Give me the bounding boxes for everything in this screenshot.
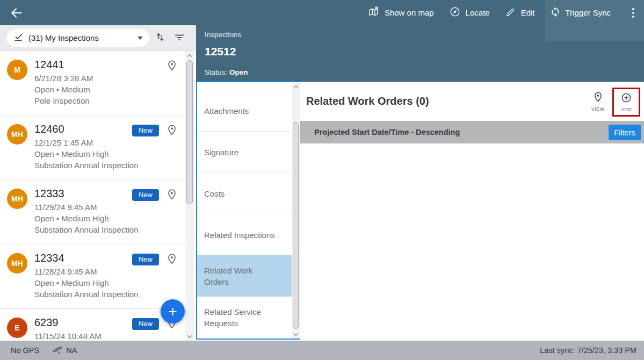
avatar: E xyxy=(7,318,27,338)
location-pin-icon[interactable] xyxy=(166,59,178,74)
scroll-up-arrow[interactable] xyxy=(185,51,194,60)
inspection-date: 11/15/24 10:48 AM xyxy=(34,330,102,341)
scroll-down-arrow[interactable] xyxy=(292,330,300,339)
tab-signature[interactable]: Signature xyxy=(197,131,292,172)
circle-plus-icon xyxy=(620,92,632,105)
locate-button[interactable]: Locate xyxy=(449,6,490,19)
inspection-status: Open • Medium High xyxy=(34,148,138,160)
list-header-bar: (31) My Inspections xyxy=(0,25,196,51)
add-highlight-box: ADD xyxy=(612,88,640,117)
inspection-status: Open • Medium xyxy=(34,84,93,95)
avatar: MH xyxy=(7,253,27,273)
map-pin-icon xyxy=(592,91,604,105)
inspection-date: 12/1/25 1:45 AM xyxy=(34,137,138,148)
inspection-type: Substation Annual Inspection xyxy=(34,160,138,171)
location-pin-icon[interactable] xyxy=(166,253,178,267)
avatar: MH xyxy=(7,124,27,145)
filters-button[interactable]: Filters xyxy=(609,125,641,140)
view-button[interactable]: VIEW xyxy=(586,91,610,112)
tab-costs[interactable]: Costs xyxy=(197,172,292,214)
last-sync-text: Last sync: 7/25/23, 3:33 PM xyxy=(540,346,636,355)
status-label: Status: xyxy=(205,68,227,76)
tab-related-inspections[interactable]: Related Inspections xyxy=(197,214,292,255)
inspection-card-6239[interactable]: E 6239 11/15/24 10:48 AM New xyxy=(0,309,185,341)
scroll-down-arrow[interactable] xyxy=(185,332,194,341)
locate-label: Locate xyxy=(466,8,490,17)
sync-icon xyxy=(550,6,561,19)
inspection-date: 6/21/28 3:28 AM xyxy=(34,73,93,84)
saved-query-label: (31) My Inspections xyxy=(28,33,99,42)
sort-order-bar[interactable]: Projected Start Date/Time - Descending F… xyxy=(300,121,644,143)
inspection-id: 12441 xyxy=(34,57,93,71)
inspection-date: 11/28/24 9:45 AM xyxy=(34,266,138,277)
panel-title: Related Work Orders (0) xyxy=(306,95,429,107)
inspection-id: 12333 xyxy=(34,186,138,200)
new-badge: New xyxy=(132,189,159,201)
chevron-down-icon xyxy=(138,37,143,40)
inspection-list: M 12441 6/21/28 3:28 AM Open • Medium Po… xyxy=(0,51,196,341)
inspection-date: 11/29/24 9:45 AM xyxy=(34,201,138,213)
map-pin-icon xyxy=(368,6,380,19)
satellite-icon xyxy=(52,344,63,357)
edit-button[interactable]: Edit xyxy=(505,6,535,19)
tab-attachments[interactable]: Attachments xyxy=(197,90,292,131)
add-label: ADD xyxy=(621,107,632,112)
back-arrow-icon xyxy=(10,6,24,21)
filter-lines-icon xyxy=(173,31,185,45)
location-pin-icon[interactable] xyxy=(166,188,178,203)
inspection-id: 12334 xyxy=(34,251,138,265)
tab-related-service-requests[interactable]: Related Service Requests xyxy=(197,297,292,339)
breadcrumb: Inspections xyxy=(205,31,241,39)
view-label: VIEW xyxy=(591,106,605,112)
add-button[interactable]: ADD xyxy=(620,92,632,112)
edit-label: Edit xyxy=(521,8,535,17)
avatar: MH xyxy=(7,189,27,209)
gps-status: No GPS xyxy=(11,346,39,355)
scroll-up-arrow[interactable] xyxy=(292,82,300,91)
tab-related-work-orders[interactable]: Related Work Orders xyxy=(197,255,292,297)
record-status: Status:Open xyxy=(205,68,248,76)
scrollbar-thumb[interactable] xyxy=(293,122,299,329)
saved-query-dropdown[interactable]: (31) My Inspections xyxy=(6,29,149,47)
back-button[interactable] xyxy=(8,4,26,23)
sort-button[interactable] xyxy=(153,30,169,46)
new-badge: New xyxy=(132,318,159,330)
inspection-id: 12460 xyxy=(34,122,138,136)
new-badge: New xyxy=(132,125,159,136)
sort-order-label: Projected Start Date/Time - Descending xyxy=(314,121,460,143)
inspection-card-12334[interactable]: MH 12334 11/28/24 9:45 AM Open • Medium … xyxy=(0,244,185,309)
tab-spacer xyxy=(197,82,292,90)
trigger-sync-label: Trigger Sync xyxy=(566,8,611,17)
kebab-icon xyxy=(632,8,634,10)
compass-icon xyxy=(449,6,461,19)
show-on-map-label: Show on map xyxy=(385,8,434,17)
inspection-card-12460[interactable]: MH 12460 12/1/25 1:45 AM Open • Medium H… xyxy=(0,116,185,180)
header-action-bar: Show on map Locate Edit xyxy=(368,0,639,25)
avatar: M xyxy=(7,60,27,80)
status-value: Open xyxy=(229,68,248,76)
inspection-status: Open • Medium High xyxy=(34,213,138,224)
scrollbar-thumb[interactable] xyxy=(186,60,193,204)
create-inspection-fab[interactable]: + xyxy=(161,299,185,323)
checklist-icon xyxy=(13,32,23,44)
filter-button[interactable] xyxy=(171,30,187,46)
inspection-card-12333[interactable]: MH 12333 11/29/24 9:45 AM Open • Medium … xyxy=(0,180,185,244)
inspection-type: Substation Annual Inspection xyxy=(34,289,138,300)
app-window: Show on map Locate Edit xyxy=(0,0,644,360)
status-bar: No GPS NA Last sync: 7/25/23, 3:33 PM xyxy=(0,341,644,360)
inspection-card-12441[interactable]: M 12441 6/21/28 3:28 AM Open • Medium Po… xyxy=(0,51,185,116)
detail-tab-list: Attachments Signature Costs Related Insp… xyxy=(196,81,300,340)
related-work-orders-panel: Related Work Orders (0) VIEW ADD Project… xyxy=(300,82,644,341)
trigger-sync-button[interactable]: Trigger Sync xyxy=(550,6,611,19)
list-scrollbar[interactable] xyxy=(185,51,194,341)
inspection-type: Substation Annual Inspection xyxy=(34,224,138,235)
show-on-map-button[interactable]: Show on map xyxy=(368,6,434,19)
pencil-icon xyxy=(505,6,516,19)
location-pin-icon[interactable] xyxy=(166,124,178,138)
record-id: 12512 xyxy=(205,45,236,58)
tab-scrollbar[interactable] xyxy=(292,82,300,339)
inspection-status: Open • Medium High xyxy=(34,277,138,289)
satellite-value: NA xyxy=(66,346,77,355)
overflow-menu-button[interactable] xyxy=(628,4,639,22)
new-badge: New xyxy=(132,254,159,265)
